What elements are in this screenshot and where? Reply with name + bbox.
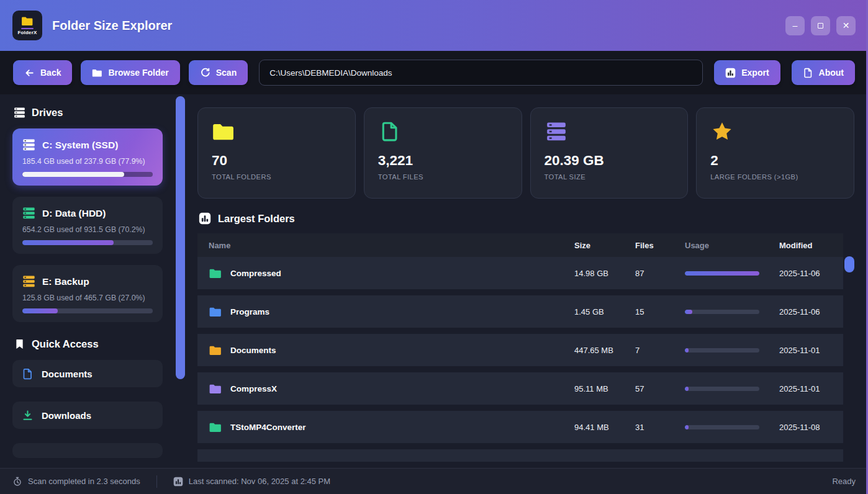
- folder-modified: 2025-11-08: [779, 423, 820, 432]
- quick-access-item-partial[interactable]: [12, 443, 163, 458]
- table-row[interactable]: Programs 1.45 GB 15 2025-11-06: [197, 295, 843, 328]
- folder-icon: [209, 344, 222, 356]
- col-files: Files: [635, 241, 685, 250]
- usage-track: [685, 310, 759, 314]
- folder-size: 1.45 GB: [574, 307, 635, 317]
- folder-files: 7: [635, 346, 685, 355]
- maximize-button[interactable]: [811, 16, 830, 35]
- usage-bar: [685, 425, 689, 429]
- drive-usage-bar: [22, 308, 58, 313]
- drives-header-label: Drives: [32, 107, 63, 119]
- logo-divider: [21, 28, 34, 29]
- usage-bar: [685, 348, 689, 353]
- folder-icon: [92, 68, 102, 78]
- toolbar: Back Browse Folder Scan Export About: [0, 51, 868, 94]
- back-label: Back: [40, 68, 61, 78]
- drive-usage-track: [22, 240, 153, 245]
- server-icon: [545, 121, 568, 142]
- status-bar: Scan completed in 2.3 seconds Last scann…: [0, 468, 868, 494]
- folder-size: 94.41 MB: [574, 423, 635, 432]
- stat-label: LARGE FOLDERS (>1GB): [710, 173, 840, 181]
- folder-files: 15: [635, 307, 685, 317]
- largest-folders-header: Largest Folders: [199, 212, 868, 225]
- folder-files: 31: [635, 423, 685, 432]
- title-bar: FolderX Folder Size Explorer – ✕: [0, 0, 868, 51]
- quick-access-label: Documents: [42, 369, 93, 379]
- stat-card-total-folders: 70 TOTAL FOLDERS: [197, 107, 356, 199]
- drive-item-c[interactable]: C: System (SSD) 185.4 GB used of 237.9 G…: [12, 128, 163, 186]
- table-row[interactable]: Documents 447.65 MB 7 2025-11-01: [197, 334, 843, 366]
- drive-item-e[interactable]: E: Backup 125.8 GB used of 465.7 GB (27.…: [12, 265, 163, 322]
- usage-track: [685, 348, 759, 353]
- drive-detail: 654.2 GB used of 931.5 GB (70.2%): [22, 225, 153, 234]
- usage-bar: [685, 271, 759, 276]
- bookmark-icon: [14, 338, 25, 350]
- export-button[interactable]: Export: [714, 60, 780, 85]
- usage-track: [685, 271, 759, 276]
- quick-access-label: Downloads: [42, 410, 91, 421]
- logo-text: FolderX: [17, 30, 37, 35]
- quick-access-documents[interactable]: Documents: [12, 360, 163, 387]
- stopwatch-icon: [12, 477, 22, 487]
- usage-bar: [685, 310, 692, 314]
- drive-icon: [22, 207, 35, 220]
- table-row[interactable]: TStoMP4Converter 94.41 MB 31 2025-11-08: [197, 411, 843, 443]
- scan-button[interactable]: Scan: [189, 60, 248, 85]
- folders-table: Name Size Files Usage Modified Compresse…: [197, 233, 843, 462]
- usage-track: [685, 387, 759, 391]
- drive-usage-track: [22, 308, 153, 313]
- stat-value: 3,221: [378, 153, 508, 169]
- app-logo: FolderX: [12, 11, 42, 40]
- drive-item-d[interactable]: D: Data (HDD) 654.2 GB used of 931.5 GB …: [12, 197, 163, 254]
- folder-size: 447.65 MB: [574, 346, 635, 355]
- drive-detail: 185.4 GB used of 237.9 GB (77.9%): [22, 157, 153, 166]
- folderx-logo-icon: [20, 16, 34, 27]
- browse-folder-label: Browse Folder: [108, 68, 168, 78]
- folder-files: 57: [635, 384, 685, 393]
- window-title: Folder Size Explorer: [52, 19, 172, 33]
- folder-files: 87: [635, 269, 685, 278]
- quick-access-header: Quick Access: [14, 338, 188, 350]
- main-scrollbar[interactable]: [844, 256, 854, 272]
- stat-card-total-size: 20.39 GB TOTAL SIZE: [530, 107, 689, 199]
- quick-access-header-label: Quick Access: [32, 338, 99, 350]
- ready-status: Ready: [832, 477, 856, 486]
- browse-folder-button[interactable]: Browse Folder: [81, 60, 179, 85]
- path-input[interactable]: [259, 60, 703, 86]
- table-header: Name Size Files Usage Modified: [197, 233, 843, 257]
- largest-folders-title: Largest Folders: [218, 213, 295, 225]
- close-button[interactable]: ✕: [836, 16, 856, 35]
- sidebar-scrollbar[interactable]: [176, 96, 185, 379]
- stats-row: 70 TOTAL FOLDERS 3,221 TOTAL FILES 20.39…: [197, 107, 854, 199]
- stat-value: 2: [710, 153, 840, 169]
- folder-icon: [212, 121, 235, 142]
- back-arrow-icon: [24, 68, 35, 78]
- minimize-button[interactable]: –: [785, 16, 805, 35]
- folder-icon: [209, 421, 222, 433]
- drive-icon: [22, 138, 35, 151]
- document-icon: [803, 68, 813, 78]
- col-modified: Modified: [779, 241, 812, 250]
- download-icon: [22, 410, 34, 421]
- quick-access-downloads[interactable]: Downloads: [12, 402, 163, 429]
- drive-usage-bar: [22, 240, 114, 245]
- stat-value: 70: [212, 153, 341, 169]
- table-row-partial[interactable]: [197, 449, 843, 462]
- folder-size: 14.98 GB: [574, 269, 635, 278]
- folder-modified: 2025-11-01: [779, 384, 820, 393]
- folder-name: Programs: [230, 307, 269, 317]
- about-button[interactable]: About: [792, 60, 855, 85]
- drive-name: C: System (SSD): [42, 140, 118, 151]
- table-row[interactable]: CompressX 95.11 MB 57 2025-11-01: [197, 372, 843, 405]
- table-row[interactable]: Compressed 14.98 GB 87 2025-11-06: [197, 257, 843, 289]
- drive-name: D: Data (HDD): [42, 208, 106, 219]
- folder-size: 95.11 MB: [574, 384, 635, 393]
- usage-bar: [685, 387, 689, 391]
- stat-value: 20.39 GB: [545, 153, 674, 169]
- chart-icon: [725, 68, 736, 78]
- last-scanned-status: Last scanned: Nov 06, 2025 at 2:45 PM: [173, 477, 330, 487]
- back-button[interactable]: Back: [13, 60, 72, 85]
- drives-header: Drives: [14, 107, 188, 119]
- folder-modified: 2025-11-06: [779, 307, 820, 317]
- stat-card-large-folders: 2 LARGE FOLDERS (>1GB): [696, 107, 854, 199]
